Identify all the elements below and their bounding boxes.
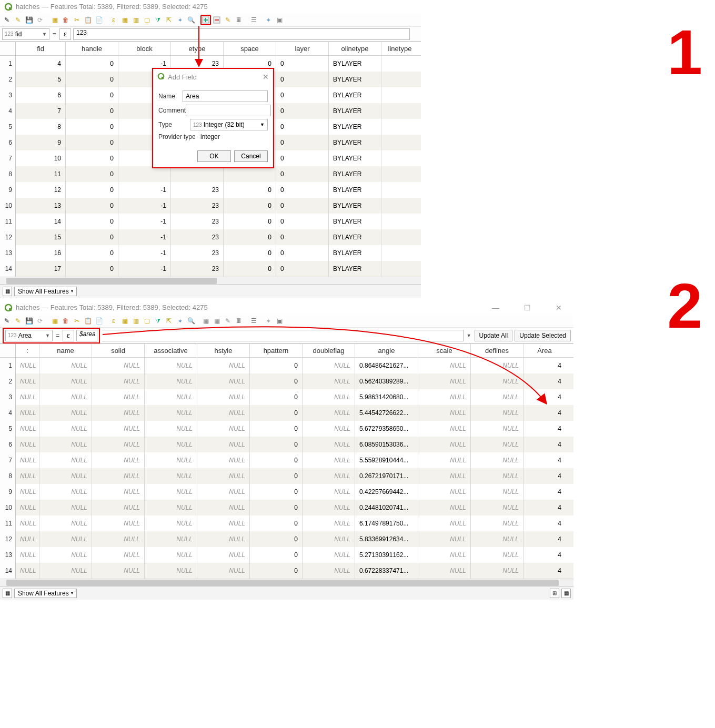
cell[interactable]: 11: [16, 166, 66, 182]
cell[interactable]: 0.24481020741...: [355, 500, 418, 515]
cell[interactable]: NULL: [16, 468, 39, 484]
row-header[interactable]: 10: [0, 198, 16, 214]
cell[interactable]: BYLAYER: [329, 214, 381, 229]
cell[interactable]: BYLAYER: [329, 103, 381, 119]
type-combo[interactable]: 123 Integer (32 bit) ▼: [190, 119, 268, 130]
copy-icon[interactable]: 📋: [83, 15, 93, 25]
cell[interactable]: NULL: [39, 421, 92, 437]
zoom-to-selected-icon[interactable]: 🔍: [186, 15, 196, 25]
cell[interactable]: 0: [66, 245, 118, 261]
cell[interactable]: 0: [250, 563, 303, 579]
cell[interactable]: 5.44542726622...: [355, 405, 418, 421]
cell[interactable]: NULL: [303, 437, 355, 452]
delete-field-icon[interactable]: [212, 15, 222, 25]
col-layer[interactable]: layer: [276, 42, 329, 55]
cell[interactable]: NULL: [16, 531, 39, 547]
cell[interactable]: NULL: [303, 373, 355, 389]
cell[interactable]: NULL: [145, 373, 197, 389]
reload-icon[interactable]: ⟳: [35, 15, 45, 25]
cell[interactable]: [118, 166, 171, 182]
cell[interactable]: 0: [224, 245, 276, 261]
cell[interactable]: 0: [66, 198, 118, 214]
cell[interactable]: NULL: [303, 547, 355, 563]
table-row[interactable]: 11NULLNULLNULLNULLNULL0NULL6.17497891750…: [0, 515, 573, 531]
cell[interactable]: 0: [250, 358, 303, 373]
cell[interactable]: 16: [16, 245, 66, 261]
cell[interactable]: 0.56240389289...: [355, 373, 418, 389]
cell[interactable]: 4: [523, 515, 566, 531]
col-olinetype[interactable]: olinetype: [329, 42, 381, 55]
row-header[interactable]: 8: [0, 468, 16, 484]
cell[interactable]: NULL: [39, 531, 92, 547]
cell[interactable]: 4: [523, 468, 566, 484]
cell[interactable]: NULL: [471, 547, 523, 563]
cell[interactable]: NULL: [418, 500, 471, 515]
filter-selection-icon[interactable]: ⧩: [153, 316, 163, 326]
cell[interactable]: 0: [250, 405, 303, 421]
table-view-icon[interactable]: ▦: [3, 287, 12, 296]
cell[interactable]: NULL: [92, 468, 145, 484]
col-hpattern[interactable]: hpattern: [250, 344, 303, 357]
cell[interactable]: NULL: [39, 563, 92, 579]
table-row[interactable]: 4NULLNULLNULLNULLNULL0NULL5.44542726622.…: [0, 405, 573, 421]
cell[interactable]: NULL: [145, 405, 197, 421]
cell[interactable]: NULL: [471, 515, 523, 531]
form-view-icon[interactable]: ⊞: [550, 589, 559, 598]
cell[interactable]: BYLAYER: [329, 150, 381, 166]
cell[interactable]: NULL: [418, 547, 471, 563]
cell[interactable]: NULL: [303, 500, 355, 515]
cell[interactable]: 0: [250, 531, 303, 547]
cell[interactable]: 4: [523, 547, 566, 563]
cell[interactable]: 4: [523, 484, 566, 500]
cell[interactable]: NULL: [471, 563, 523, 579]
zoom-to-selected-icon[interactable]: 🔍: [186, 316, 196, 326]
table-row[interactable]: 12150-12300BYLAYER: [0, 229, 421, 245]
cell[interactable]: NULL: [92, 421, 145, 437]
cell[interactable]: 4: [523, 405, 566, 421]
corner-cell[interactable]: [0, 344, 16, 357]
cell[interactable]: 0: [250, 373, 303, 389]
cell[interactable]: 0: [250, 389, 303, 405]
col-colon[interactable]: :: [16, 344, 39, 357]
cell[interactable]: -1: [118, 182, 171, 198]
cell[interactable]: NULL: [92, 515, 145, 531]
col-handle[interactable]: handle: [66, 42, 118, 55]
cell[interactable]: NULL: [145, 484, 197, 500]
select-all-icon[interactable]: ▦: [119, 316, 130, 326]
cell[interactable]: NULL: [145, 358, 197, 373]
cell[interactable]: BYLAYER: [329, 182, 381, 198]
cell[interactable]: NULL: [303, 531, 355, 547]
cell[interactable]: NULL: [471, 452, 523, 468]
cell[interactable]: NULL: [471, 437, 523, 452]
table-row[interactable]: 13NULLNULLNULLNULLNULL0NULL5.27130391162…: [0, 547, 573, 563]
row-header[interactable]: 13: [0, 245, 16, 261]
cell[interactable]: BYLAYER: [329, 135, 381, 150]
cell[interactable]: BYLAYER: [329, 72, 381, 87]
cell[interactable]: 0: [66, 56, 118, 72]
cell[interactable]: 0: [250, 452, 303, 468]
cell[interactable]: 0.86486421627...: [355, 358, 418, 373]
cell[interactable]: NULL: [16, 563, 39, 579]
move-selection-to-top-icon[interactable]: ⇱: [164, 316, 174, 326]
multi-edit-icon[interactable]: ✎: [13, 15, 23, 25]
cell[interactable]: NULL: [92, 437, 145, 452]
cell[interactable]: NULL: [197, 515, 250, 531]
cell[interactable]: 8: [16, 119, 66, 135]
cell[interactable]: NULL: [197, 373, 250, 389]
cell[interactable]: NULL: [39, 500, 92, 515]
cell[interactable]: NULL: [92, 563, 145, 579]
row-header[interactable]: 11: [0, 214, 16, 229]
cell[interactable]: NULL: [418, 389, 471, 405]
cell[interactable]: 23: [171, 182, 224, 198]
cell[interactable]: NULL: [197, 468, 250, 484]
row-header[interactable]: 2: [0, 72, 16, 87]
table-row[interactable]: 9NULLNULLNULLNULLNULL0NULL0.42257669442.…: [0, 484, 573, 500]
row-header[interactable]: 2: [0, 373, 16, 389]
table-row[interactable]: 14NULLNULLNULLNULLNULL0NULL0.67228337471…: [0, 563, 573, 579]
cell[interactable]: 0: [276, 261, 329, 277]
cell[interactable]: [381, 150, 418, 166]
cell[interactable]: 12: [16, 182, 66, 198]
cell[interactable]: NULL: [145, 547, 197, 563]
cell[interactable]: 0: [276, 150, 329, 166]
cell[interactable]: 23: [171, 214, 224, 229]
